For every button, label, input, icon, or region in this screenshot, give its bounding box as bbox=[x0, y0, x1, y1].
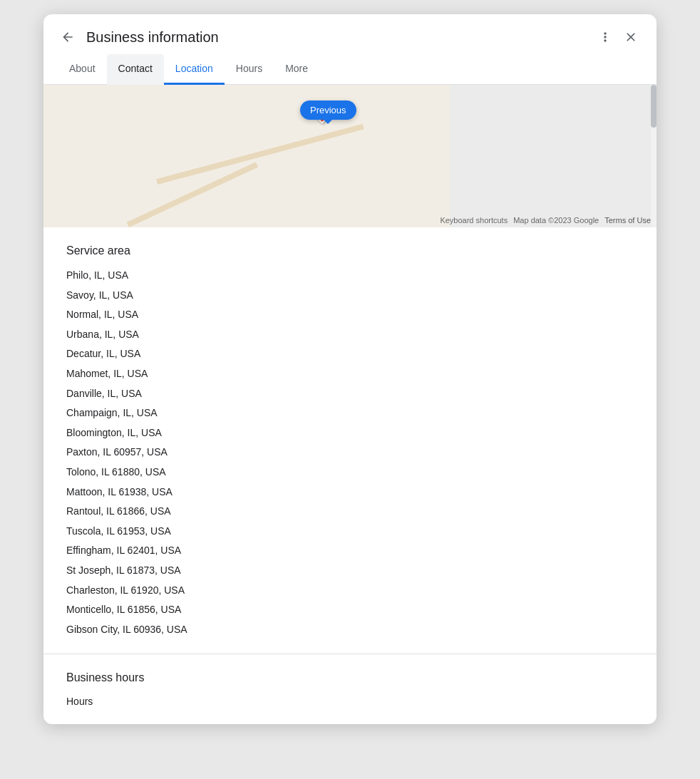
list-item: Normal, IL, USA bbox=[66, 308, 634, 322]
list-item: St Joseph, IL 61873, USA bbox=[66, 564, 634, 578]
list-item: Urbana, IL, USA bbox=[66, 328, 634, 342]
map-road-2 bbox=[156, 124, 364, 185]
scroll-thumb bbox=[651, 85, 657, 128]
tab-contact[interactable]: Contact bbox=[107, 54, 164, 85]
business-hours-title: Business hours bbox=[66, 671, 634, 684]
keyboard-shortcuts-label: Keyboard shortcuts bbox=[440, 216, 508, 225]
list-item: Champaign, IL, USA bbox=[66, 406, 634, 421]
tab-hours[interactable]: Hours bbox=[225, 54, 274, 85]
header-actions bbox=[594, 26, 642, 48]
list-item: Mattoon, IL 61938, USA bbox=[66, 485, 634, 500]
list-item: Paxton, IL 60957, USA bbox=[66, 445, 634, 460]
map-footer: Keyboard shortcuts Map data ©2023 Google… bbox=[43, 213, 657, 227]
map-container[interactable]: Previous Keyboard shortcuts Map data ©20… bbox=[43, 85, 657, 227]
list-item: Monticello, IL 61856, USA bbox=[66, 603, 634, 617]
list-item: Philo, IL, USA bbox=[66, 269, 634, 283]
dialog-title: Business information bbox=[86, 29, 585, 46]
more-options-button[interactable] bbox=[594, 26, 617, 48]
business-info-dialog: Business information About Contact Locat… bbox=[43, 14, 657, 724]
tab-about[interactable]: About bbox=[58, 54, 107, 85]
list-item: Rantoul, IL 61866, USA bbox=[66, 505, 634, 519]
list-item: Effingham, IL 62401, USA bbox=[66, 544, 634, 558]
list-item: Savoy, IL, USA bbox=[66, 289, 634, 303]
scroll-indicator[interactable] bbox=[651, 85, 657, 227]
service-area-title: Service area bbox=[66, 244, 634, 257]
service-area-section: Service area Philo, IL, USASavoy, IL, US… bbox=[43, 227, 657, 654]
tab-more[interactable]: More bbox=[274, 54, 319, 85]
list-item: Charleston, IL 61920, USA bbox=[66, 584, 634, 598]
map-tooltip[interactable]: Previous bbox=[300, 100, 356, 120]
dialog-header: Business information bbox=[43, 14, 657, 48]
tab-location[interactable]: Location bbox=[164, 54, 225, 85]
content-area: Previous Keyboard shortcuts Map data ©20… bbox=[43, 85, 657, 724]
list-item: Mahomet, IL, USA bbox=[66, 367, 634, 381]
list-item: Bloomington, IL, USA bbox=[66, 426, 634, 440]
tabs-bar: About Contact Location Hours More bbox=[43, 54, 657, 85]
map-data-label: Map data ©2023 Google bbox=[513, 216, 599, 225]
terms-of-use-link[interactable]: Terms of Use bbox=[604, 216, 651, 225]
back-button[interactable] bbox=[58, 27, 78, 47]
list-item: Gibson City, IL 60936, USA bbox=[66, 623, 634, 637]
list-item: Decatur, IL, USA bbox=[66, 347, 634, 361]
business-hours-section: Business hours Hours bbox=[43, 654, 657, 724]
list-item: Tuscola, IL 61953, USA bbox=[66, 525, 634, 539]
list-item: Danville, IL, USA bbox=[66, 387, 634, 401]
location-list: Philo, IL, USASavoy, IL, USANormal, IL, … bbox=[66, 269, 634, 636]
map-right-panel bbox=[450, 85, 657, 227]
hours-sub-label: Hours bbox=[66, 696, 634, 707]
close-button[interactable] bbox=[619, 26, 642, 48]
list-item: Tolono, IL 61880, USA bbox=[66, 465, 634, 480]
